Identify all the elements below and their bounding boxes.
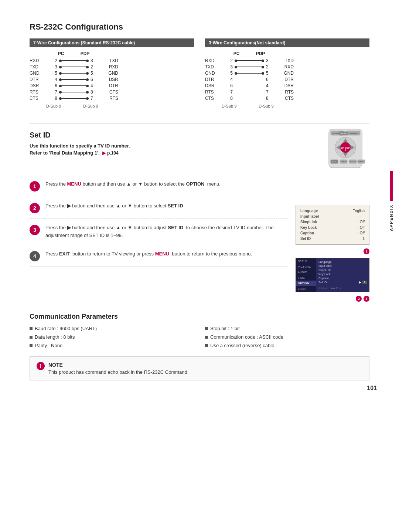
dot-icon	[235, 60, 237, 62]
osd-menu-time: TIME	[296, 275, 316, 281]
svg-text:BRIGHT+: BRIGHT+	[349, 132, 359, 135]
remote-svg: BRIGHT- BRIGHT+ MENU	[321, 127, 369, 170]
seven-wire-dsub: D-Sub 9 D-Sub 9	[30, 104, 194, 108]
step-1-text: Press the MENU button and then use ▲ or …	[45, 180, 288, 192]
dot-icon	[86, 66, 89, 68]
menu-label2: MENU	[155, 251, 169, 257]
screen-row: Key Lock: Off	[300, 225, 365, 230]
set-id-desc2: Refer to 'Real Data Mapping 1'. ▶ p.104	[30, 150, 130, 156]
table-row: DSR 6 4 DSR	[205, 83, 369, 88]
osd-menu-lock: LOCK	[296, 286, 316, 292]
table-row: RTS 7 7 RTS	[205, 89, 369, 95]
screen-badge-1: 1	[296, 248, 369, 254]
appendix-accent	[390, 171, 393, 201]
wire-line-graphic	[62, 60, 86, 61]
dot-icon	[59, 72, 62, 75]
wire-line-graphic	[62, 67, 86, 67]
dot-icon	[86, 78, 89, 81]
osd-footer: ⊕ Move ■■■ Prev	[318, 286, 367, 290]
osd-right-panel: Language Input label SimpLink Key Lock C…	[316, 258, 369, 292]
bullet-icon	[30, 327, 33, 330]
osd-arrow-icon: ▶	[359, 281, 361, 284]
seven-wire-config: 7-Wire Configurations (Standard RS-232C …	[30, 38, 194, 108]
note-content: NOTE This product has command echo back …	[48, 362, 188, 375]
bullet-icon	[205, 327, 208, 330]
tri-right-label: ▶	[67, 203, 71, 209]
list-item: Data length : 8 bits	[30, 333, 194, 340]
osd-item: Input label	[318, 264, 367, 268]
step-1: 1 Press the MENU button and then use ▲ o…	[30, 175, 288, 197]
badge-circle-3: 3	[364, 296, 369, 302]
set-id-header-row: Set ID Use this function to specify a TV…	[30, 131, 369, 170]
dot-icon	[86, 60, 89, 62]
bullet-icon	[30, 344, 33, 347]
three-wire-col-headers: PC PDP	[205, 51, 369, 58]
dot-icon	[59, 78, 62, 81]
table-row: CTS 8 8 CTS	[205, 96, 369, 101]
tri-right-label2: ▶	[67, 225, 71, 230]
three-wire-config: 3-Wire Configurations(Not standard) PC P…	[205, 38, 369, 108]
section-divider	[30, 123, 369, 123]
step-4-text: Press EXIT button to return to TV viewin…	[45, 250, 288, 261]
step-number-2: 2	[30, 203, 40, 213]
list-item: Use a crossed (reverse) cable.	[205, 342, 369, 349]
svg-point-14	[345, 149, 346, 151]
screen-row: Set ID: 1	[300, 236, 365, 241]
step-number-3: 3	[30, 225, 40, 235]
set-id-label: SET ID	[168, 203, 183, 209]
wire-line-graphic	[237, 73, 262, 74]
tri-down-label3: ▼	[127, 225, 132, 230]
dot-icon	[59, 85, 62, 87]
three-wire-header: 3-Wire Configurations(Not standard)	[205, 38, 369, 47]
appendix-bar: APPENDIX	[383, 0, 399, 403]
step-4: 4 Press EXIT button to return to TV view…	[30, 245, 288, 267]
osd-menu-picture: PICTURE	[296, 264, 316, 270]
wire-line-graphic	[62, 85, 86, 86]
badge-circle-1: 1	[364, 248, 369, 254]
step-number-4: 4	[30, 251, 40, 261]
three-wire-dsub: D-Sub 9 D-Sub 9	[205, 104, 369, 108]
appendix-label: APPENDIX	[389, 204, 393, 231]
seven-wire-table: PC PDP RXD 2 3 TXD TXD 3	[30, 51, 194, 101]
step-3-text: Press the ▶ button and then use ▲ or ▼ b…	[45, 224, 288, 240]
osd-menu-option: OPTION	[296, 281, 316, 286]
comm-params-title: Communication Parameters	[30, 313, 369, 321]
list-item: Parity : None	[30, 342, 194, 349]
wire-line-graphic	[237, 60, 262, 61]
screen-row: Input label	[300, 214, 365, 219]
seven-wire-col-headers: PC PDP	[30, 51, 194, 58]
osd-menu-setup: SETUP	[296, 258, 316, 264]
table-row: RTS 7 8 CTS	[30, 89, 194, 95]
dot-icon	[235, 72, 237, 75]
step-number-1: 1	[30, 181, 40, 192]
list-item: Baud rate : 9600 bps (UART)	[30, 325, 194, 332]
table-row: RXD 2 3 TXD	[205, 58, 369, 63]
comm-params-grid: Baud rate : 9600 bps (UART) Stop bit : 1…	[30, 325, 369, 349]
tri-up-label2: ▲	[116, 203, 121, 209]
tri-up-label3: ▲	[116, 225, 121, 230]
svg-text:TIMER: TIMER	[341, 160, 347, 163]
dot-icon	[59, 66, 62, 68]
step-3: 3 Press the ▶ button and then use ▲ or ▼…	[30, 219, 288, 245]
dot-icon	[262, 72, 264, 75]
bullet-icon	[30, 336, 33, 339]
step-2: 2 Press the ▶ button and then use ▲ or ▼…	[30, 197, 288, 219]
dot-icon	[262, 60, 264, 62]
table-row: GND 5 5 GND	[30, 71, 194, 76]
step-2-text: Press the ▶ button and then use ▲ or ▼ b…	[45, 202, 288, 213]
wire-line-graphic	[62, 73, 86, 74]
tri-down-label2: ▼	[127, 203, 132, 209]
dot-icon	[235, 66, 237, 68]
table-row: DTR 4 6 DTR	[205, 77, 369, 82]
wire-configs-row: 7-Wire Configurations (Standard RS-232C …	[30, 38, 369, 108]
svg-text:EXIT: EXIT	[332, 160, 336, 163]
option-label: OPTION	[186, 181, 205, 187]
set-id-left: Set ID Use this function to specify a TV…	[30, 131, 130, 157]
set-id-title: Set ID	[30, 131, 130, 139]
note-text: This product has command echo back in th…	[48, 369, 188, 375]
exit-label: EXIT	[59, 251, 70, 257]
note-title: NOTE	[48, 362, 188, 368]
three-wire-table: PC PDP RXD 2 3 TXD TXD 3	[205, 51, 369, 101]
osd-menu-audio: AUDIO	[296, 270, 316, 275]
wire-line-graphic	[62, 98, 86, 99]
